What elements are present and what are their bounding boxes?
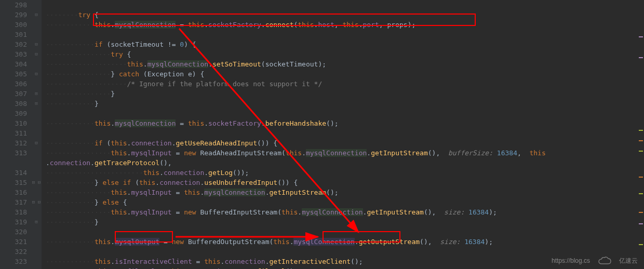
- line-number: [0, 158, 27, 168]
- fold-icon[interactable]: ⊟: [31, 49, 42, 59]
- fold-icon[interactable]: [31, 207, 42, 217]
- line-number: 302: [0, 39, 27, 49]
- cloud-icon: [597, 257, 612, 266]
- scrollbar-marks[interactable]: [638, 0, 644, 269]
- line-number: 303: [0, 49, 27, 59]
- line-number: 299: [0, 10, 27, 20]
- fold-icon[interactable]: [31, 168, 42, 178]
- code-editor[interactable]: 298 299 300 301 302 303 304 305 306 307 …: [0, 0, 644, 269]
- fold-icon[interactable]: [31, 30, 42, 39]
- line-number: 311: [0, 128, 27, 138]
- line-number: 324: [0, 266, 27, 269]
- fold-icon[interactable]: ⊟: [31, 39, 42, 49]
- fold-icon[interactable]: [31, 158, 42, 168]
- line-number: 314: [0, 168, 27, 178]
- line-number: 321: [0, 237, 27, 247]
- fold-icon[interactable]: [31, 257, 42, 266]
- line-number: 307: [0, 89, 27, 99]
- line-number: 301: [0, 30, 27, 39]
- line-number: 313: [0, 148, 27, 158]
- line-number: 322: [0, 247, 27, 257]
- fold-icon[interactable]: [31, 148, 42, 158]
- fold-icon[interactable]: [31, 118, 42, 128]
- watermark-brand: 亿速云: [619, 256, 638, 266]
- line-number: 305: [0, 69, 27, 79]
- line-number: 312: [0, 138, 27, 148]
- fold-icon[interactable]: [31, 128, 42, 138]
- fold-icon[interactable]: ⊡: [31, 99, 42, 109]
- line-number: 319: [0, 217, 27, 227]
- fold-icon[interactable]: [31, 79, 42, 89]
- line-number: 323: [0, 257, 27, 266]
- code-content[interactable]: ········try {············this.mysqlConne…: [42, 0, 644, 269]
- line-number: 309: [0, 109, 27, 118]
- line-number: 317: [0, 197, 27, 207]
- fold-icon[interactable]: [31, 227, 42, 237]
- line-number: 318: [0, 207, 27, 217]
- watermark-blog-url: https://blog.cs: [552, 256, 590, 266]
- line-number: 308: [0, 99, 27, 109]
- fold-icon[interactable]: ⊟: [31, 69, 42, 79]
- fold-icon[interactable]: [31, 247, 42, 257]
- fold-icon[interactable]: [31, 59, 42, 69]
- line-number: 315: [0, 178, 27, 187]
- line-number: 306: [0, 79, 27, 89]
- fold-icon[interactable]: [31, 109, 42, 118]
- line-number: 316: [0, 187, 27, 197]
- fold-icon[interactable]: [31, 266, 42, 269]
- line-number: 300: [0, 20, 27, 30]
- fold-icon[interactable]: ⊟: [31, 138, 42, 148]
- fold-icon[interactable]: ⊡: [31, 217, 42, 227]
- fold-icon[interactable]: ⊡: [31, 89, 42, 99]
- fold-icon[interactable]: [31, 187, 42, 197]
- fold-icon[interactable]: [31, 0, 42, 10]
- line-number: 320: [0, 227, 27, 237]
- fold-icon[interactable]: ⊡ ⊟: [31, 197, 42, 207]
- line-number: 304: [0, 59, 27, 69]
- fold-gutter: ⊟ ⊟ ⊟ ⊟ ⊡ ⊡ ⊟ ⊡ ⊟ ⊡ ⊟ ⊡: [31, 0, 42, 269]
- line-number-gutter: 298 299 300 301 302 303 304 305 306 307 …: [0, 0, 31, 269]
- fold-icon[interactable]: ⊟: [31, 10, 42, 20]
- line-number: 298: [0, 0, 27, 10]
- fold-icon[interactable]: [31, 237, 42, 247]
- line-number: 310: [0, 118, 27, 128]
- fold-icon[interactable]: ⊡ ⊟: [31, 178, 42, 187]
- watermark: https://blog.cs 亿速云: [552, 256, 638, 266]
- fold-icon[interactable]: [31, 20, 42, 30]
